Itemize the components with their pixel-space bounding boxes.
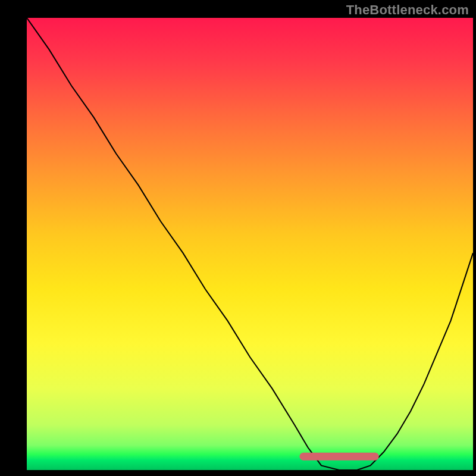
attribution-label: TheBottleneck.com xyxy=(346,2,469,18)
optimal-range-endpoint-marker xyxy=(371,453,379,461)
bottleneck-chart xyxy=(0,0,476,476)
chart-frame: TheBottleneck.com xyxy=(0,0,476,476)
gradient-plot-area xyxy=(27,18,473,470)
